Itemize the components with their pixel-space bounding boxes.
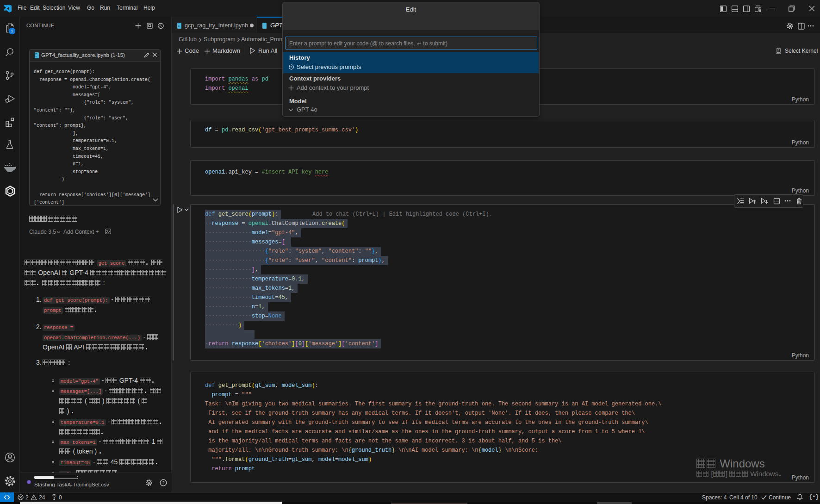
svg-text:1: 1 — [11, 28, 13, 33]
svg-text:?: ? — [162, 480, 164, 485]
